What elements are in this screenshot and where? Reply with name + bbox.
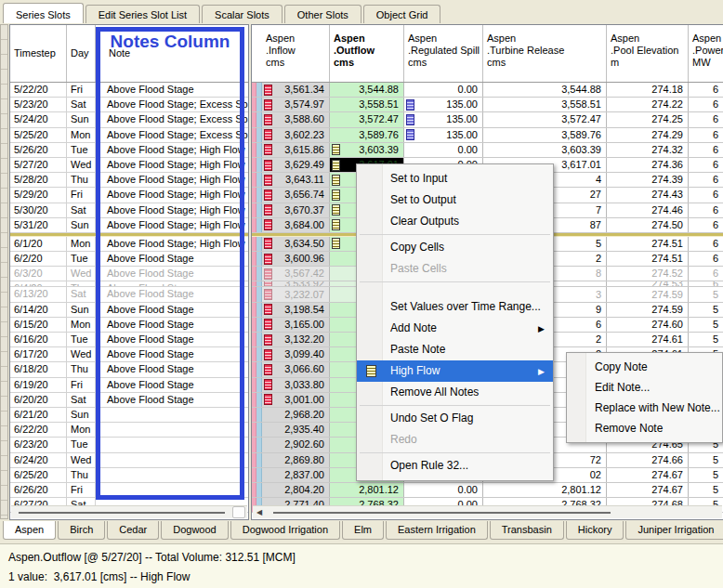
cell-outflow[interactable]: 3,603.39	[330, 143, 404, 157]
cell-day[interactable]: Tue	[67, 333, 96, 346]
table-row[interactable]: 5/27/20WedAbove Flood Stage; High Flow	[10, 158, 248, 173]
cell-timestep[interactable]: 6/20/20	[10, 393, 67, 407]
object-tab-dogwood-irrigation[interactable]: Dogwood Irrigation	[230, 521, 340, 540]
cell-timestep[interactable]: 5/25/20	[10, 128, 67, 142]
cell-pool-elevation[interactable]: 274.43	[607, 188, 689, 202]
cell-note[interactable]: Above Flood Stage; High Flow	[96, 158, 248, 172]
table-row[interactable]: 6/14/20SunAbove Flood Stage	[10, 303, 248, 318]
cell-outflow[interactable]: 3,572.47	[330, 112, 404, 126]
scroll-left-arrow-icon[interactable]: ◀	[256, 508, 262, 516]
cell-inflow[interactable]: 2,902.60	[262, 438, 330, 451]
menu-item-high-flow[interactable]: High Flow▶	[357, 360, 553, 382]
cell-timestep[interactable]: 6/26/20	[10, 483, 67, 497]
table-row[interactable]: 6/23/20Tue	[10, 438, 248, 452]
cell-timestep[interactable]: 6/1/20	[10, 237, 67, 251]
cell-inflow[interactable]: 3,574.97	[262, 98, 330, 111]
cell-inflow[interactable]: 2,869.80	[262, 453, 330, 467]
cell-timestep[interactable]: 6/15/20	[10, 318, 67, 332]
cell-power[interactable]: 6	[689, 281, 723, 286]
cell-power[interactable]: 6	[689, 203, 723, 217]
header-aspen-pool-elevation[interactable]: Aspen .Pool Elevation m	[607, 25, 689, 82]
menu-item-undo-set-o-flag[interactable]: Undo Set O Flag	[357, 408, 553, 429]
cell-timestep[interactable]: 5/29/20	[10, 188, 67, 202]
table-row[interactable]: 6/17/20WedAbove Flood Stage	[10, 347, 248, 362]
cell-day[interactable]: Mon	[67, 423, 96, 437]
table-row[interactable]: 6/2/20TueAbove Flood Stage	[10, 252, 248, 267]
cell-note[interactable]: Above Flood Stage; Excess Spill	[96, 98, 248, 111]
cell-timestep[interactable]: 6/21/20	[10, 408, 67, 422]
cell-day[interactable]: Sat	[67, 98, 96, 111]
cell-inflow[interactable]: 2,804.20	[262, 483, 330, 497]
cell-regulated-spill[interactable]: 135.00	[404, 112, 483, 126]
cell-day[interactable]: Wed	[67, 158, 96, 172]
table-row[interactable]: 2,804.202,801.120.002,801.12274.675	[252, 483, 723, 498]
cell-turbine-release[interactable]: 3,589.76	[483, 128, 607, 142]
cell-inflow[interactable]: 3,132.20	[262, 333, 330, 346]
menu-item-remove-note[interactable]: Remove Note	[567, 418, 722, 438]
object-tab-birch[interactable]: Birch	[58, 521, 105, 540]
cell-power[interactable]: 5	[689, 468, 723, 482]
cell-pool-elevation[interactable]: 274.66	[607, 453, 689, 467]
cell-timestep[interactable]: 6/2/20	[10, 252, 67, 266]
cell-note[interactable]: Above Flood Stage	[96, 281, 248, 286]
object-tab-elm[interactable]: Elm	[342, 521, 384, 540]
cell-day[interactable]: Sat	[67, 393, 96, 407]
table-row[interactable]: 5/26/20TueAbove Flood Stage; High Flow	[10, 143, 248, 158]
menu-item-copy-note[interactable]: Copy Note	[567, 357, 722, 377]
cell-pool-elevation[interactable]: 274.32	[607, 143, 689, 157]
cell-note[interactable]: Above Flood Stage; High Flow	[96, 203, 248, 217]
cell-power[interactable]: 6	[689, 158, 723, 172]
cell-timestep[interactable]: 5/24/20	[10, 112, 67, 126]
cell-power[interactable]: 5	[689, 303, 723, 317]
cell-timestep[interactable]: 6/22/20	[10, 423, 67, 437]
menu-item-replace-with-new-note[interactable]: Replace with New Note...	[567, 398, 722, 418]
menu-item-paste-cells[interactable]: Paste Cells	[357, 258, 553, 280]
table-row[interactable]: 6/15/20MonAbove Flood Stage	[10, 318, 248, 333]
header-day[interactable]: Day	[67, 25, 96, 82]
cell-power[interactable]: 6	[689, 128, 723, 142]
cell-pool-elevation[interactable]: 274.39	[607, 173, 689, 187]
object-tab-transbasin[interactable]: Transbasin	[490, 521, 564, 540]
cell-turbine-release[interactable]: 3,558.51	[483, 98, 607, 111]
table-row[interactable]: 6/16/20TueAbove Flood Stage	[10, 333, 248, 347]
cell-day[interactable]: Fri	[67, 378, 96, 392]
cell-pool-elevation[interactable]: 274.25	[607, 112, 689, 126]
cell-note[interactable]: Above Flood Stage	[96, 347, 248, 361]
cell-power[interactable]: 6	[689, 237, 723, 251]
cell-turbine-release[interactable]: 3,603.39	[483, 143, 607, 157]
cell-power[interactable]: 6	[689, 143, 723, 157]
cell-inflow[interactable]: 2,968.20	[262, 408, 330, 422]
cell-timestep[interactable]: 6/23/20	[10, 438, 67, 451]
table-row[interactable]: 5/22/20FriAbove Flood Stage	[10, 83, 248, 98]
cell-timestep[interactable]: 6/17/20	[10, 347, 67, 361]
table-row[interactable]: 3,574.973,558.51135.003,558.51274.226	[252, 98, 723, 112]
cell-outflow[interactable]: 3,544.88	[330, 83, 404, 97]
cell-power[interactable]: 6	[689, 218, 723, 232]
menu-item-set-values-over-time-range[interactable]: Set Values over Time Range...	[357, 296, 553, 318]
table-row[interactable]: 6/19/20FriAbove Flood Stage	[10, 378, 248, 393]
cell-inflow[interactable]: 3,198.54	[262, 303, 330, 317]
cell-day[interactable]: Mon	[67, 318, 96, 332]
cell-note[interactable]: Above Flood Stage	[96, 362, 248, 376]
table-row[interactable]: 6/3/20WedAbove Flood Stage	[10, 267, 248, 281]
cell-day[interactable]: Sun	[67, 218, 96, 232]
cell-inflow[interactable]: 3,634.50	[262, 237, 330, 251]
cell-day[interactable]: Tue	[67, 438, 96, 451]
cell-pool-elevation[interactable]: 274.60	[607, 318, 689, 332]
cell-outflow[interactable]: 3,558.51	[330, 98, 404, 111]
cell-note[interactable]: Above Flood Stage	[96, 267, 248, 281]
cell-regulated-spill[interactable]: 135.00	[404, 128, 483, 142]
cell-inflow[interactable]: 3,165.00	[262, 318, 330, 332]
table-row[interactable]: 6/22/20Mon	[10, 423, 248, 438]
header-aspen-power[interactable]: Aspen .Power MW	[689, 25, 723, 82]
cell-power[interactable]: 6	[689, 188, 723, 202]
cell-inflow[interactable]: 3,684.00	[262, 218, 330, 232]
cell-timestep[interactable]: 6/13/20	[10, 287, 67, 301]
table-row[interactable]: 6/25/20Thu	[10, 468, 248, 483]
cell-timestep[interactable]: 6/14/20	[10, 303, 67, 317]
cell-pool-elevation[interactable]: 274.52	[607, 267, 689, 281]
cell-note[interactable]	[96, 453, 248, 467]
cell-note[interactable]: Above Flood Stage; High Flow	[96, 143, 248, 157]
hscroll-thumb[interactable]	[273, 512, 611, 514]
table-row[interactable]: 6/24/20Wed	[10, 453, 248, 468]
